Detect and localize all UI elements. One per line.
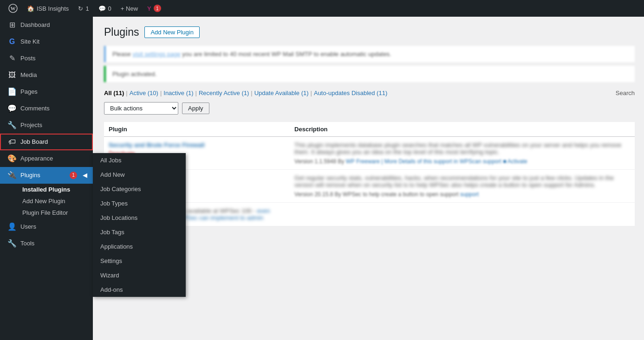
add-new-plugin-button[interactable]: Add New Plugin [144,26,200,38]
sep-1: | [126,90,127,96]
adminbar-yoast[interactable]: Y 1 [143,0,165,17]
col-description: Description [290,122,635,137]
appearance-icon: 🎨 [7,154,17,163]
plugin-desc-cell-3 [290,203,635,226]
notice-text: Please visit settings page you are limit… [112,51,391,58]
page-title: Plugins [104,26,139,38]
sep-2: | [160,90,162,96]
filter-tab-recently-active[interactable]: Recently Active (1) [199,90,249,96]
media-icon: 🖼 [7,71,17,80]
plugins-submenu: Installed Plugins Add New Plugin Plugin … [0,184,93,218]
plugins-icon: 🔌 [7,171,17,180]
sidebar-item-tools[interactable]: 🔧 Tools [0,235,93,252]
flyout-job-locations[interactable]: Job Locations [93,211,186,225]
sep-4: | [251,90,252,96]
sidebar-item-dashboard[interactable]: ⊞ Dashboard [0,17,93,33]
sidebar-item-plugins[interactable]: 🔌 Plugins 1 ◀ [0,167,93,184]
plugin-description-3 [294,207,630,214]
notice-activated-text: Plugin activated. [112,71,156,77]
flyout-applications[interactable]: Applications [93,239,186,254]
jobboard-flyout-menu: All Jobs Add New Job Categories Job Type… [93,153,186,297]
plugins-arrow-icon: ◀ [83,171,87,180]
sidebar-sub-add-new-plugin[interactable]: Add New Plugin [0,195,93,207]
yoast-badge: 1 [154,5,161,12]
plugin-desc-cell: This plugin implements database plugin s… [290,137,635,170]
sidebar-sub-installed-plugins[interactable]: Installed Plugins [0,184,93,195]
adminbar-new[interactable]: + New [117,0,142,17]
users-icon: 👤 [7,222,17,231]
job-board-icon: 🏷 [7,137,17,147]
sidebar-item-comments[interactable]: 💬 Comments [0,100,93,117]
flyout-settings[interactable]: Settings [93,254,186,268]
version-info: Version 1.1.5948 By WP Freeware | More D… [294,158,527,165]
flyout-add-new[interactable]: Add New [93,167,186,182]
plugins-badge: 1 [70,172,77,179]
col-plugin: Plugin [104,122,290,137]
yoast-icon: Y [147,5,151,12]
adminbar-comments[interactable]: 💬 0 [95,0,115,17]
flyout-job-types[interactable]: Job Types [93,196,186,211]
dashboard-icon: ⊞ [7,20,17,30]
version-info-2: Version 20.15.8 By WPSec to help create … [294,191,479,198]
plugin-description: This plugin implements database plugin s… [294,141,630,155]
sidebar-item-users[interactable]: 👤 Users [0,218,93,235]
flyout-job-tags[interactable]: Job Tags [93,225,186,239]
flyout-job-categories[interactable]: Job Categories [93,182,186,196]
adminbar-site-name[interactable]: 🏠 ISB Insights [23,0,72,17]
plugin-name: Security and Brute Force Firewall [109,141,285,148]
flyout-wizard[interactable]: Wizard [93,268,186,282]
filter-tab-active[interactable]: Active (10) [130,90,158,96]
pages-icon: 📄 [7,87,17,96]
filter-tab-update-available[interactable]: Update Available (1) [254,90,309,96]
filter-tabs: All (11) | Active (10) | Inactive (1) | … [104,90,635,96]
sep-5: | [311,90,312,96]
posts-icon: ✎ [7,54,17,63]
sidebar-item-appearance[interactable]: 🎨 Appearance [0,150,93,167]
sidebar-item-posts[interactable]: ✎ Posts [0,50,93,67]
bulk-actions-select[interactable]: Bulk actions Activate Deactivate Delete [104,102,178,115]
notice-update: Please visit settings page you are limit… [104,46,635,62]
toolbar: Bulk actions Activate Deactivate Delete … [104,102,635,115]
sidebar-item-job-board[interactable]: 🏷 Job Board [0,134,93,150]
svg-text:W: W [11,6,16,11]
page-header: Plugins Add New Plugin [104,26,635,38]
sidebar-item-site-kit[interactable]: G Site Kit [0,33,93,50]
filter-tab-auto-updates-disabled[interactable]: Auto-updates Disabled (11) [314,90,387,96]
sidebar-sub-plugin-file-editor[interactable]: Plugin File Editor [0,207,93,218]
site-kit-icon: G [7,37,17,46]
projects-icon: 🔧 [7,121,17,130]
tools-icon: 🔧 [7,239,17,248]
notice-activated: Plugin activated. [104,66,635,82]
home-icon: 🏠 [27,5,34,12]
updates-icon: ↻ [78,5,83,12]
filter-tab-all[interactable]: All (11) [104,90,124,96]
adminbar-updates[interactable]: ↻ 1 [74,0,92,17]
search-label: Search [616,90,635,96]
sidebar-item-pages[interactable]: 📄 Pages [0,83,93,100]
admin-bar: W 🏠 ISB Insights ↻ 1 💬 0 + New Y 1 [0,0,644,17]
sidebar-item-media[interactable]: 🖼 Media [0,67,93,83]
flyout-add-ons[interactable]: Add-ons [93,282,186,297]
sidebar-item-projects[interactable]: 🔧 Projects [0,117,93,134]
comments-icon: 💬 [98,5,106,12]
flyout-all-jobs[interactable]: All Jobs [93,153,186,167]
sidebar: ⊞ Dashboard G Site Kit ✎ Posts 🖼 Media 📄… [0,17,93,340]
plugin-desc-cell-2: Get regular security stats, vulnerabilit… [290,170,635,203]
filter-tab-inactive[interactable]: Inactive (1) [163,90,193,96]
wp-logo-button[interactable]: W [5,0,21,17]
sep-3: | [195,90,197,96]
comments-icon: 💬 [7,104,17,113]
apply-button[interactable]: Apply [182,103,209,114]
plugin-description-2: Get regular security stats, vulnerabilit… [294,174,630,188]
